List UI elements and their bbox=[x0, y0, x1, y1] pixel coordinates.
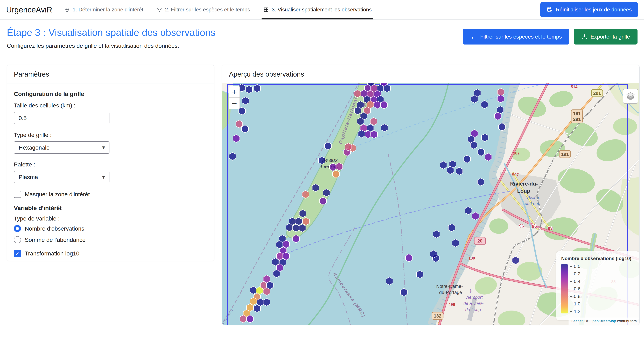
back-to-filter-button[interactable]: ← Filtrer sur les espèces et le temps bbox=[463, 29, 569, 44]
hex-cell[interactable] bbox=[336, 163, 343, 170]
hex-cell[interactable] bbox=[354, 90, 361, 98]
hex-cell[interactable] bbox=[323, 189, 330, 197]
hex-cell[interactable] bbox=[433, 230, 440, 238]
mask-roi-checkbox[interactable] bbox=[14, 191, 21, 198]
leaflet-map[interactable]: 29119129119120132 Île auxLièvresRivière-… bbox=[222, 83, 640, 325]
svg-text:291: 291 bbox=[593, 91, 601, 96]
hex-cell[interactable] bbox=[416, 270, 423, 278]
parameters-title: Paramètres bbox=[7, 65, 214, 84]
hex-cell[interactable] bbox=[456, 167, 463, 175]
hex-cell[interactable] bbox=[242, 97, 249, 105]
hex-cell[interactable] bbox=[345, 143, 352, 151]
leaflet-link[interactable]: Leaflet bbox=[571, 319, 582, 323]
hex-cell[interactable] bbox=[447, 167, 454, 174]
hex-cell[interactable] bbox=[430, 250, 437, 258]
zoom-out-button[interactable]: − bbox=[229, 98, 240, 109]
hex-cell[interactable] bbox=[236, 120, 242, 128]
hex-cell[interactable] bbox=[330, 163, 336, 171]
hex-cell[interactable] bbox=[229, 153, 236, 160]
hex-cell[interactable] bbox=[233, 135, 240, 142]
page-header: Étape 3 : Visualisation spatiale des obs… bbox=[0, 20, 644, 55]
hex-cell[interactable] bbox=[477, 178, 484, 186]
tab-zone-interet[interactable]: 1. Déterminer la zone d'intérêt bbox=[64, 0, 143, 19]
hex-cell[interactable] bbox=[371, 131, 378, 138]
hex-cell[interactable] bbox=[318, 157, 325, 165]
hex-cell[interactable] bbox=[357, 118, 364, 125]
zoom-in-button[interactable]: + bbox=[229, 86, 240, 98]
hex-cell[interactable] bbox=[472, 212, 479, 220]
hex-cell[interactable] bbox=[293, 235, 300, 243]
hex-cell[interactable] bbox=[332, 170, 340, 178]
grid-type-select[interactable]: Hexagonale ▼ bbox=[14, 141, 110, 154]
hex-cell[interactable] bbox=[464, 155, 470, 163]
hex-cell[interactable] bbox=[386, 277, 393, 285]
hex-cell[interactable] bbox=[263, 298, 270, 306]
hex-cell[interactable] bbox=[497, 95, 504, 103]
download-icon bbox=[581, 34, 588, 40]
layers-control[interactable] bbox=[623, 89, 638, 104]
cell-size-input[interactable] bbox=[14, 112, 110, 124]
hex-cell[interactable] bbox=[240, 315, 247, 323]
hex-cell[interactable] bbox=[494, 112, 501, 120]
osm-link[interactable]: OpenStreetMap bbox=[590, 319, 616, 323]
hex-cell[interactable] bbox=[242, 125, 248, 133]
hex-cell[interactable] bbox=[250, 286, 257, 294]
hex-cell[interactable] bbox=[246, 315, 253, 323]
legend-tick: 0.4 bbox=[570, 279, 580, 284]
hex-cell[interactable] bbox=[498, 123, 505, 131]
hex-cell[interactable] bbox=[254, 84, 260, 92]
tab-visualiser[interactable]: 3. Visualiser spatialement les observati… bbox=[263, 0, 372, 19]
legend-tick: 0.0 bbox=[570, 264, 580, 269]
hex-cell[interactable] bbox=[324, 142, 332, 150]
hex-cell[interactable] bbox=[471, 95, 478, 103]
hex-cell[interactable] bbox=[380, 101, 388, 109]
hex-cell[interactable] bbox=[481, 101, 488, 108]
hex-cell[interactable] bbox=[286, 224, 293, 231]
hex-cell[interactable] bbox=[370, 118, 377, 125]
hex-cell[interactable] bbox=[312, 184, 319, 192]
hex-cell[interactable] bbox=[320, 197, 326, 205]
palette-select[interactable]: Plasma ▼ bbox=[14, 171, 110, 183]
parameters-panel: Paramètres Configuration de la grille Ta… bbox=[7, 65, 214, 261]
log10-checkbox[interactable] bbox=[14, 250, 21, 257]
export-grid-button[interactable]: Exporter la grille bbox=[574, 29, 638, 44]
mask-roi-label: Masquer la zone d'intérêt bbox=[25, 191, 90, 198]
hex-cell[interactable] bbox=[299, 210, 306, 217]
hex-cell[interactable] bbox=[272, 258, 279, 266]
hex-cell[interactable] bbox=[482, 134, 488, 142]
hex-cell[interactable] bbox=[302, 190, 309, 198]
hex-cell[interactable] bbox=[478, 148, 484, 156]
hex-cell[interactable] bbox=[512, 256, 519, 264]
hex-cell[interactable] bbox=[293, 224, 300, 232]
radio-nombre-observations[interactable] bbox=[14, 225, 21, 232]
hex-cell[interactable] bbox=[283, 240, 290, 248]
hex-cell[interactable] bbox=[358, 130, 365, 138]
legend-tick: 0.8 bbox=[570, 294, 580, 299]
hex-cell[interactable] bbox=[448, 224, 455, 232]
hex-cell[interactable] bbox=[400, 288, 407, 296]
map-label: 496 bbox=[448, 302, 455, 307]
hex-cell[interactable] bbox=[374, 101, 381, 109]
hex-cell[interactable] bbox=[263, 288, 270, 295]
hex-cell[interactable] bbox=[485, 153, 492, 161]
hex-cell[interactable] bbox=[452, 239, 459, 247]
radio-somme-abondance[interactable] bbox=[14, 236, 21, 243]
svg-text:191: 191 bbox=[561, 152, 569, 157]
hex-cell[interactable] bbox=[465, 207, 472, 214]
hex-cell[interactable] bbox=[406, 254, 412, 262]
hex-cell[interactable] bbox=[302, 217, 309, 225]
chevron-down-icon: ▼ bbox=[102, 146, 105, 150]
tab-filtrer[interactable]: 2. Filtrer sur les espèces et le temps bbox=[156, 0, 250, 19]
hex-cell[interactable] bbox=[254, 305, 260, 313]
hex-cell[interactable] bbox=[276, 241, 283, 248]
reset-datasets-button[interactable]: Réinitialiser les jeux de données bbox=[540, 2, 638, 17]
hex-cell[interactable] bbox=[381, 124, 388, 132]
hex-cell[interactable] bbox=[246, 86, 252, 93]
hex-cell[interactable] bbox=[299, 224, 306, 232]
map-panel: Aperçu des observations bbox=[222, 65, 640, 325]
hex-cell[interactable] bbox=[354, 107, 361, 115]
hex-cell[interactable] bbox=[470, 141, 477, 149]
hex-cell[interactable] bbox=[384, 84, 390, 92]
hex-cell[interactable] bbox=[440, 161, 447, 169]
hex-cell[interactable] bbox=[273, 270, 280, 277]
